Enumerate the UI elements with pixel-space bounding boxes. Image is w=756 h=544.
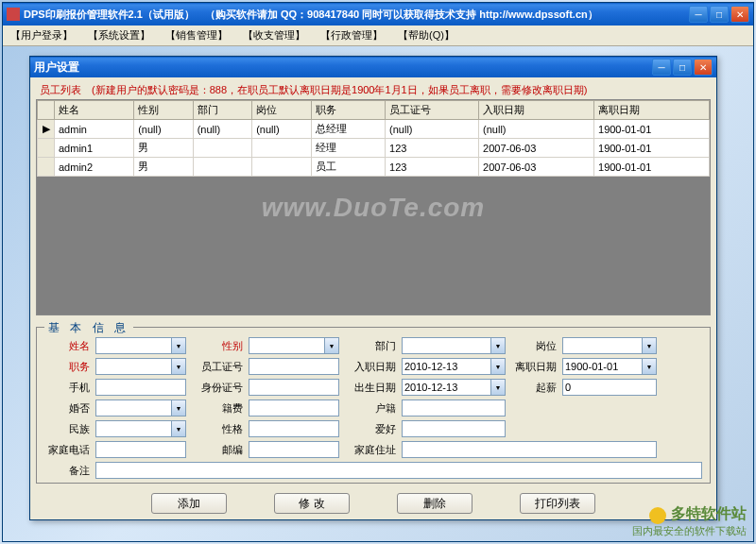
- app-icon: [7, 8, 20, 21]
- inner-title: 用户设置: [34, 60, 652, 76]
- table-row[interactable]: ▶admin(null)(null)(null)总经理(null)(null)1…: [38, 120, 710, 139]
- name-field[interactable]: ▼: [95, 337, 186, 354]
- idcard-field[interactable]: [249, 379, 339, 396]
- delete-button[interactable]: 删除: [397, 493, 472, 514]
- section-title: 基 本 信 息: [44, 320, 133, 336]
- character-field[interactable]: [249, 420, 339, 437]
- label-homephone: 家庭电话: [44, 443, 90, 457]
- nativefee-field[interactable]: [249, 400, 339, 416]
- label-leave: 离职日期: [511, 360, 557, 374]
- chevron-down-icon[interactable]: ▼: [491, 358, 506, 375]
- label-nation: 民族: [44, 422, 90, 436]
- list-hint: 员工列表 (新建用户的默认密码是：888，在职员工默认离职日期是1900年1月1…: [36, 83, 711, 97]
- homeaddr-field[interactable]: [402, 441, 657, 458]
- label-remark: 备注: [44, 464, 90, 478]
- button-row: 添加 修 改 删除 打印列表: [36, 493, 711, 514]
- menu-login[interactable]: 【用户登录】: [10, 28, 73, 42]
- grid-header-row: 姓名性别部门岗位职务员工证号入职日期离职日期: [38, 101, 710, 120]
- chevron-down-icon[interactable]: ▼: [491, 379, 506, 396]
- label-marriage: 婚否: [44, 401, 90, 416]
- remark-field[interactable]: [95, 462, 702, 479]
- label-character: 性格: [192, 422, 243, 436]
- main-titlebar: DPS印刷报价管理软件2.1（试用版） （购买软件请加 QQ：908417840…: [3, 3, 753, 26]
- hukou-field[interactable]: [402, 400, 506, 416]
- label-zip: 邮编: [192, 443, 243, 457]
- inner-titlebar: 用户设置 ─ □ ✕: [30, 57, 716, 77]
- menu-help[interactable]: 【帮助(Q)】: [398, 28, 455, 42]
- label-post: 岗位: [511, 339, 557, 353]
- label-homeaddr: 家庭住址: [345, 443, 396, 457]
- label-hobby: 爱好: [345, 422, 396, 436]
- basic-info-section: 基 本 信 息 姓名 ▼ 性别 ▼ 部门 ▼ 岗位 ▼ 职务 ▼ 员工证号: [36, 327, 711, 484]
- brand-name: 多特软件站: [671, 505, 747, 521]
- duty-field[interactable]: ▼: [95, 358, 186, 375]
- maximize-button[interactable]: □: [710, 6, 729, 23]
- hire-field[interactable]: ▼: [402, 358, 506, 375]
- post-field[interactable]: ▼: [562, 337, 657, 354]
- sex-field[interactable]: ▼: [249, 337, 339, 354]
- label-dept: 部门: [345, 339, 396, 353]
- employee-grid[interactable]: 姓名性别部门岗位职务员工证号入职日期离职日期 ▶admin(null)(null…: [36, 99, 711, 315]
- workspace: 用户设置 ─ □ ✕ 员工列表 (新建用户的默认密码是：888，在职员工默认离职…: [7, 48, 749, 537]
- label-birth: 出生日期: [345, 381, 396, 395]
- table-row[interactable]: admin1男经理1232007-06-031900-01-01: [38, 139, 710, 158]
- chevron-down-icon[interactable]: ▼: [172, 420, 186, 437]
- leave-field[interactable]: ▼: [562, 358, 657, 375]
- close-button[interactable]: ✕: [730, 6, 749, 23]
- brand-logo-icon: [649, 507, 666, 524]
- chevron-down-icon[interactable]: ▼: [325, 337, 339, 354]
- dept-field[interactable]: ▼: [402, 337, 506, 354]
- print-button[interactable]: 打印列表: [520, 493, 595, 514]
- label-origin: 起薪: [511, 381, 557, 395]
- edit-button[interactable]: 修 改: [274, 493, 350, 514]
- label-sex: 性别: [192, 339, 243, 353]
- nation-field[interactable]: ▼: [95, 420, 186, 437]
- user-settings-window: 用户设置 ─ □ ✕ 员工列表 (新建用户的默认密码是：888，在职员工默认离职…: [29, 56, 717, 520]
- chevron-down-icon[interactable]: ▼: [643, 337, 657, 354]
- main-window: DPS印刷报价管理软件2.1（试用版） （购买软件请加 QQ：908417840…: [2, 2, 754, 542]
- footer-brand: 多特软件站 国内最安全的软件下载站: [632, 504, 747, 538]
- hobby-field[interactable]: [402, 420, 506, 437]
- eid-field[interactable]: [249, 358, 339, 375]
- label-eid: 员工证号: [192, 360, 243, 374]
- chevron-down-icon[interactable]: ▼: [172, 337, 186, 354]
- brand-slogan: 国内最安全的软件下载站: [632, 525, 747, 536]
- menu-sales[interactable]: 【销售管理】: [165, 28, 228, 42]
- menu-system[interactable]: 【系统设置】: [88, 28, 150, 42]
- origin-field[interactable]: [562, 379, 657, 396]
- inner-minimize-button[interactable]: ─: [652, 59, 671, 76]
- add-button[interactable]: 添加: [151, 493, 227, 514]
- inner-close-button[interactable]: ✕: [694, 59, 713, 76]
- label-nativefee: 籍费: [192, 401, 243, 416]
- mobile-field[interactable]: [95, 379, 186, 396]
- label-hukou: 户籍: [345, 401, 396, 416]
- menu-finance[interactable]: 【收支管理】: [243, 28, 305, 42]
- chevron-down-icon[interactable]: ▼: [172, 400, 186, 416]
- label-name: 姓名: [44, 339, 90, 353]
- chevron-down-icon[interactable]: ▼: [172, 358, 186, 375]
- menu-admin[interactable]: 【行政管理】: [320, 28, 383, 42]
- marriage-field[interactable]: ▼: [95, 400, 186, 416]
- chevron-down-icon[interactable]: ▼: [643, 358, 657, 375]
- watermark: www.DuoTe.com: [262, 193, 486, 223]
- inner-maximize-button[interactable]: □: [673, 59, 692, 76]
- zip-field[interactable]: [249, 441, 339, 458]
- label-mobile: 手机: [44, 381, 90, 395]
- label-hire: 入职日期: [345, 360, 396, 374]
- chevron-down-icon[interactable]: ▼: [491, 337, 506, 354]
- table-row[interactable]: admin2男员工1232007-06-031900-01-01: [38, 158, 710, 177]
- main-title: DPS印刷报价管理软件2.1（试用版） （购买软件请加 QQ：908417840…: [24, 8, 689, 22]
- menubar: 【用户登录】 【系统设置】 【销售管理】 【收支管理】 【行政管理】 【帮助(Q…: [3, 26, 753, 46]
- minimize-button[interactable]: ─: [689, 6, 708, 23]
- label-idcard: 身份证号: [192, 381, 243, 395]
- homephone-field[interactable]: [95, 441, 186, 458]
- label-duty: 职务: [44, 360, 90, 374]
- birth-field[interactable]: ▼: [402, 379, 506, 396]
